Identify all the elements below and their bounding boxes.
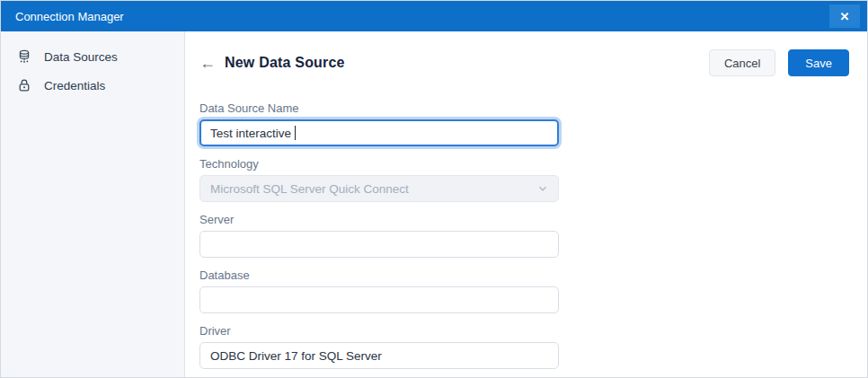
page-header: ← New Data Source Cancel Save [199,49,849,76]
field-driver: Driver [199,324,559,369]
lock-icon [16,77,32,93]
window-title: Connection Manager [15,10,124,23]
server-input[interactable] [199,231,559,258]
field-server: Server [199,213,559,258]
field-data-source-name: Data Source Name [199,101,559,146]
data-source-name-input[interactable] [199,119,559,146]
close-button[interactable]: ✕ [829,4,860,28]
save-button[interactable]: Save [788,49,849,76]
text-cursor [295,126,296,140]
back-arrow-icon: ← [199,54,216,72]
driver-input[interactable] [199,342,559,369]
driver-label: Driver [199,324,559,338]
technology-label: Technology [199,157,559,171]
sidebar-item-label: Credentials [44,79,105,92]
field-database: Database [199,268,559,313]
sidebar: Data Sources Credentials [1,31,185,377]
data-source-name-wrap [199,119,559,146]
chevron-down-icon [537,183,548,194]
sidebar-item-label: Data Sources [44,50,118,64]
server-label: Server [199,213,559,226]
page-title: New Data Source [225,55,345,71]
database-label: Database [199,268,559,282]
window-body: Data Sources Credentials ← [1,31,867,377]
database-input[interactable] [199,286,559,313]
main-panel: ← New Data Source Cancel Save Data Sourc… [185,31,867,377]
database-icon [16,48,32,65]
connection-manager-window: Connection Manager ✕ Data [0,0,868,378]
titlebar: Connection Manager ✕ [1,1,867,31]
new-data-source-form: Data Source Name Technology Microsoft SQ… [199,101,559,369]
close-icon: ✕ [840,10,850,23]
sidebar-item-credentials[interactable]: Credentials [1,71,184,100]
technology-selected-value: Microsoft SQL Server Quick Connect [210,182,409,196]
technology-select: Microsoft SQL Server Quick Connect [199,175,559,202]
sidebar-item-data-sources[interactable]: Data Sources [1,42,184,71]
page-header-left: ← New Data Source [199,55,345,71]
cancel-button[interactable]: Cancel [709,49,775,76]
field-technology: Technology Microsoft SQL Server Quick Co… [199,157,559,202]
back-button[interactable]: ← [199,55,216,71]
page-header-actions: Cancel Save [709,49,849,76]
data-source-name-label: Data Source Name [199,101,559,115]
